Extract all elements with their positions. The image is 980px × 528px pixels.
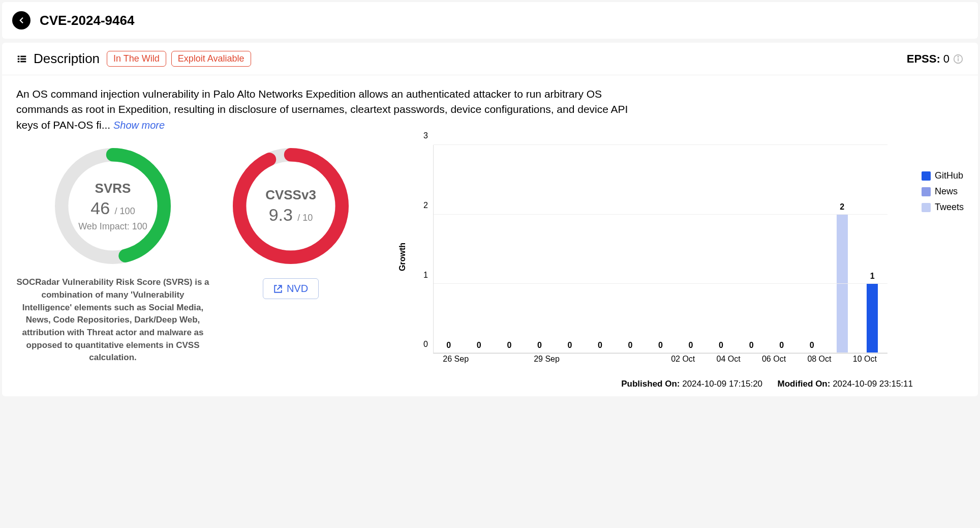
x-tick: 26 Sep <box>433 355 478 369</box>
info-icon[interactable] <box>953 53 964 65</box>
svg-rect-4 <box>18 61 20 62</box>
bar-group: 0 <box>525 145 555 353</box>
x-tick: 04 Oct <box>706 355 751 369</box>
modified-value: 2024-10-09 23:15:11 <box>833 379 913 389</box>
bar-group: 0 <box>706 145 737 353</box>
bar-group: 1 <box>857 145 887 353</box>
x-tick <box>478 355 524 369</box>
bar-group: 0 <box>585 145 616 353</box>
external-link-icon <box>273 284 283 294</box>
bar-group: 0 <box>736 145 767 353</box>
description-text: An OS command injection vulnerability in… <box>16 86 641 133</box>
badge-in-the-wild: In The Wild <box>107 51 166 67</box>
growth-chart: Growth 0123 000000000000021 26 Sep29 Sep… <box>372 145 964 369</box>
x-tick: 02 Oct <box>660 355 706 369</box>
x-tick <box>569 355 615 369</box>
back-button[interactable] <box>12 11 30 30</box>
bar-group: 0 <box>797 145 827 353</box>
cvss-value: 9.3 / 10 <box>269 205 313 225</box>
epss-label: EPSS: <box>907 52 940 66</box>
svg-rect-5 <box>20 61 26 62</box>
badge-exploit-available: Exploit Avaliable <box>171 51 251 67</box>
published-value: 2024-10-09 17:15:20 <box>682 379 762 389</box>
x-tick: 08 Oct <box>797 355 842 369</box>
legend-item: Tweets <box>922 202 964 213</box>
section-title: Description <box>34 51 100 67</box>
arrow-left-icon <box>17 16 26 25</box>
y-tick: 0 <box>423 340 428 349</box>
cvss-gauge: CVSSv3 9.3 / 10 <box>230 145 352 267</box>
svrs-sub: Web Impact: 100 <box>78 221 147 232</box>
epss-value: 0 <box>943 52 950 66</box>
bar-group: 0 <box>434 145 464 353</box>
y-tick: 3 <box>423 131 428 140</box>
bar-group: 2 <box>827 145 858 353</box>
svg-rect-0 <box>18 55 20 57</box>
svrs-value: 46 / 100 <box>90 198 135 218</box>
cvss-label: CVSSv3 <box>265 187 316 203</box>
show-more-link[interactable]: Show more <box>113 120 165 131</box>
svg-rect-2 <box>18 58 20 60</box>
page-title: CVE-2024-9464 <box>40 13 134 28</box>
x-tick: 06 Oct <box>751 355 797 369</box>
bar-group: 0 <box>767 145 797 353</box>
legend-item: GitHub <box>922 170 964 181</box>
bar-group: 0 <box>615 145 646 353</box>
x-tick <box>615 355 660 369</box>
svg-point-8 <box>958 56 958 56</box>
x-tick: 29 Sep <box>524 355 569 369</box>
modified-label: Modified On: <box>778 379 831 389</box>
epss-score: EPSS: 0 <box>907 52 964 66</box>
bar-group: 0 <box>555 145 585 353</box>
svrs-description: SOCRadar Vulnerability Risk Score (SVRS)… <box>16 276 209 364</box>
svrs-gauge: SVRS 46 / 100 Web Impact: 100 <box>52 145 174 267</box>
list-icon <box>16 53 27 65</box>
chart-y-label: Growth <box>398 243 407 271</box>
x-tick: 10 Oct <box>842 355 887 369</box>
nvd-link[interactable]: NVD <box>263 278 319 299</box>
svrs-label: SVRS <box>95 181 131 196</box>
published-label: Published On: <box>621 379 680 389</box>
bar-group: 0 <box>464 145 495 353</box>
y-tick: 1 <box>423 271 428 280</box>
bar-group: 0 <box>646 145 676 353</box>
svg-rect-3 <box>20 58 26 60</box>
legend-item: News <box>922 186 964 197</box>
svg-rect-1 <box>20 55 26 57</box>
chart-legend: GitHubNewsTweets <box>922 170 964 218</box>
y-tick: 2 <box>423 201 428 210</box>
bar-group: 0 <box>494 145 525 353</box>
bar-group: 0 <box>676 145 706 353</box>
